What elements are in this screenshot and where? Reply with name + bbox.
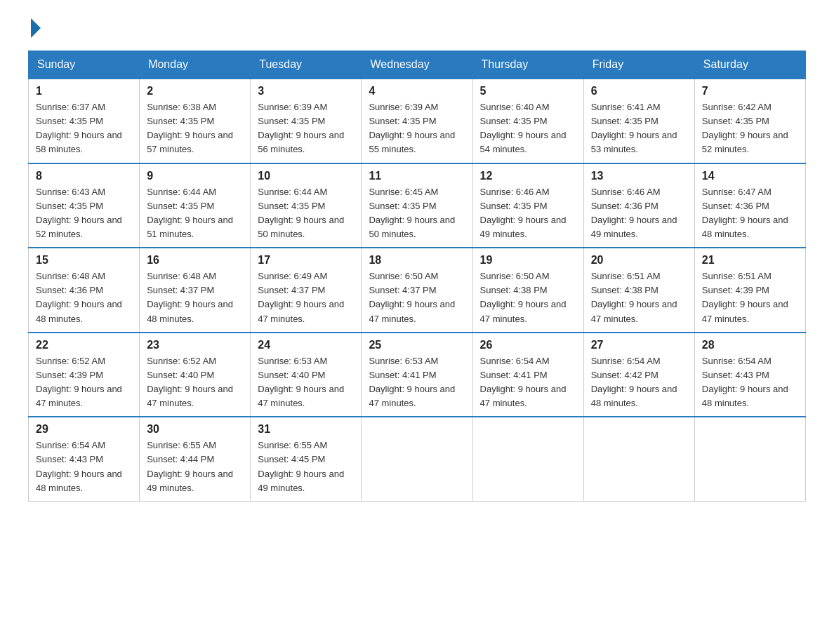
calendar-cell: 22Sunrise: 6:52 AMSunset: 4:39 PMDayligh… (29, 333, 140, 417)
day-info: Sunrise: 6:55 AMSunset: 4:44 PMDaylight:… (147, 438, 243, 495)
day-number: 29 (36, 423, 132, 436)
day-number: 2 (147, 85, 243, 98)
calendar-cell (472, 417, 583, 501)
day-number: 25 (369, 339, 465, 351)
day-number: 26 (480, 339, 576, 351)
logo-arrow-icon (31, 18, 41, 38)
day-number: 1 (36, 85, 132, 98)
day-of-week-header: Monday (140, 51, 251, 79)
calendar-cell: 21Sunrise: 6:51 AMSunset: 4:39 PMDayligh… (694, 248, 805, 333)
day-info: Sunrise: 6:51 AMSunset: 4:39 PMDaylight:… (702, 269, 798, 326)
page-header (28, 21, 806, 34)
day-of-week-header: Wednesday (362, 51, 472, 79)
day-number: 23 (147, 339, 243, 351)
calendar-cell: 29Sunrise: 6:54 AMSunset: 4:43 PMDayligh… (29, 417, 140, 501)
day-number: 24 (258, 339, 354, 351)
calendar-cell: 26Sunrise: 6:54 AMSunset: 4:41 PMDayligh… (472, 333, 583, 417)
calendar-cell: 14Sunrise: 6:47 AMSunset: 4:36 PMDayligh… (694, 163, 805, 248)
calendar-cell: 6Sunrise: 6:41 AMSunset: 4:35 PMDaylight… (583, 79, 694, 163)
calendar-cell: 12Sunrise: 6:46 AMSunset: 4:35 PMDayligh… (472, 163, 583, 248)
day-number: 20 (591, 254, 687, 267)
calendar-cell: 25Sunrise: 6:53 AMSunset: 4:41 PMDayligh… (362, 333, 472, 417)
calendar-cell: 13Sunrise: 6:46 AMSunset: 4:36 PMDayligh… (583, 163, 694, 248)
day-number: 22 (36, 339, 132, 351)
calendar-cell (583, 417, 694, 501)
day-of-week-header: Tuesday (251, 51, 362, 79)
calendar-cell: 9Sunrise: 6:44 AMSunset: 4:35 PMDaylight… (140, 163, 251, 248)
calendar-cell: 17Sunrise: 6:49 AMSunset: 4:37 PMDayligh… (251, 248, 362, 333)
day-info: Sunrise: 6:54 AMSunset: 4:42 PMDaylight:… (591, 354, 687, 411)
calendar-cell: 1Sunrise: 6:37 AMSunset: 4:35 PMDaylight… (29, 79, 140, 163)
day-info: Sunrise: 6:54 AMSunset: 4:41 PMDaylight:… (480, 354, 576, 411)
day-info: Sunrise: 6:39 AMSunset: 4:35 PMDaylight:… (258, 100, 354, 157)
day-info: Sunrise: 6:55 AMSunset: 4:45 PMDaylight:… (258, 438, 354, 495)
calendar-cell: 4Sunrise: 6:39 AMSunset: 4:35 PMDaylight… (362, 79, 472, 163)
day-info: Sunrise: 6:38 AMSunset: 4:35 PMDaylight:… (147, 100, 243, 157)
day-info: Sunrise: 6:41 AMSunset: 4:35 PMDaylight:… (591, 100, 687, 157)
day-number: 14 (702, 170, 798, 182)
calendar-cell: 16Sunrise: 6:48 AMSunset: 4:37 PMDayligh… (140, 248, 251, 333)
day-info: Sunrise: 6:46 AMSunset: 4:35 PMDaylight:… (480, 185, 576, 242)
day-info: Sunrise: 6:42 AMSunset: 4:35 PMDaylight:… (702, 100, 798, 157)
day-info: Sunrise: 6:43 AMSunset: 4:35 PMDaylight:… (36, 185, 132, 242)
calendar-cell: 28Sunrise: 6:54 AMSunset: 4:43 PMDayligh… (694, 333, 805, 417)
day-info: Sunrise: 6:52 AMSunset: 4:39 PMDaylight:… (36, 354, 132, 411)
day-info: Sunrise: 6:37 AMSunset: 4:35 PMDaylight:… (36, 100, 132, 157)
day-number: 12 (480, 170, 576, 182)
logo-general (28, 21, 41, 38)
day-number: 8 (36, 170, 132, 182)
day-info: Sunrise: 6:54 AMSunset: 4:43 PMDaylight:… (36, 438, 132, 495)
day-info: Sunrise: 6:49 AMSunset: 4:37 PMDaylight:… (258, 269, 354, 326)
calendar-cell: 31Sunrise: 6:55 AMSunset: 4:45 PMDayligh… (251, 417, 362, 501)
day-info: Sunrise: 6:48 AMSunset: 4:36 PMDaylight:… (36, 269, 132, 326)
calendar-cell: 7Sunrise: 6:42 AMSunset: 4:35 PMDaylight… (694, 79, 805, 163)
logo (28, 21, 41, 34)
day-number: 30 (147, 423, 243, 436)
day-info: Sunrise: 6:44 AMSunset: 4:35 PMDaylight:… (258, 185, 354, 242)
day-number: 21 (702, 254, 798, 267)
calendar-cell: 2Sunrise: 6:38 AMSunset: 4:35 PMDaylight… (140, 79, 251, 163)
day-number: 27 (591, 339, 687, 351)
day-of-week-header: Thursday (472, 51, 583, 79)
day-info: Sunrise: 6:50 AMSunset: 4:38 PMDaylight:… (480, 269, 576, 326)
day-info: Sunrise: 6:50 AMSunset: 4:37 PMDaylight:… (369, 269, 465, 326)
day-number: 10 (258, 170, 354, 182)
day-number: 17 (258, 254, 354, 267)
day-info: Sunrise: 6:51 AMSunset: 4:38 PMDaylight:… (591, 269, 687, 326)
day-info: Sunrise: 6:48 AMSunset: 4:37 PMDaylight:… (147, 269, 243, 326)
calendar-cell: 18Sunrise: 6:50 AMSunset: 4:37 PMDayligh… (362, 248, 472, 333)
calendar-cell: 23Sunrise: 6:52 AMSunset: 4:40 PMDayligh… (140, 333, 251, 417)
calendar-week-row: 8Sunrise: 6:43 AMSunset: 4:35 PMDaylight… (29, 163, 806, 248)
day-number: 13 (591, 170, 687, 182)
day-number: 15 (36, 254, 132, 267)
calendar-week-row: 1Sunrise: 6:37 AMSunset: 4:35 PMDaylight… (29, 79, 806, 163)
day-number: 6 (591, 85, 687, 98)
calendar-cell (362, 417, 472, 501)
day-info: Sunrise: 6:54 AMSunset: 4:43 PMDaylight:… (702, 354, 798, 411)
day-info: Sunrise: 6:47 AMSunset: 4:36 PMDaylight:… (702, 185, 798, 242)
calendar-cell: 19Sunrise: 6:50 AMSunset: 4:38 PMDayligh… (472, 248, 583, 333)
day-number: 16 (147, 254, 243, 267)
calendar-week-row: 22Sunrise: 6:52 AMSunset: 4:39 PMDayligh… (29, 333, 806, 417)
day-info: Sunrise: 6:53 AMSunset: 4:41 PMDaylight:… (369, 354, 465, 411)
calendar-week-row: 15Sunrise: 6:48 AMSunset: 4:36 PMDayligh… (29, 248, 806, 333)
calendar-cell: 8Sunrise: 6:43 AMSunset: 4:35 PMDaylight… (29, 163, 140, 248)
day-number: 11 (369, 170, 465, 182)
day-number: 18 (369, 254, 465, 267)
day-info: Sunrise: 6:45 AMSunset: 4:35 PMDaylight:… (369, 185, 465, 242)
day-info: Sunrise: 6:39 AMSunset: 4:35 PMDaylight:… (369, 100, 465, 157)
calendar-table: SundayMondayTuesdayWednesdayThursdayFrid… (28, 51, 806, 502)
day-number: 3 (258, 85, 354, 98)
calendar-cell: 5Sunrise: 6:40 AMSunset: 4:35 PMDaylight… (472, 79, 583, 163)
calendar-cell: 3Sunrise: 6:39 AMSunset: 4:35 PMDaylight… (251, 79, 362, 163)
day-of-week-header: Friday (583, 51, 694, 79)
calendar-week-row: 29Sunrise: 6:54 AMSunset: 4:43 PMDayligh… (29, 417, 806, 501)
calendar-cell: 20Sunrise: 6:51 AMSunset: 4:38 PMDayligh… (583, 248, 694, 333)
day-info: Sunrise: 6:52 AMSunset: 4:40 PMDaylight:… (147, 354, 243, 411)
calendar-cell: 11Sunrise: 6:45 AMSunset: 4:35 PMDayligh… (362, 163, 472, 248)
calendar-cell: 15Sunrise: 6:48 AMSunset: 4:36 PMDayligh… (29, 248, 140, 333)
day-number: 31 (258, 423, 354, 436)
day-of-week-header: Saturday (694, 51, 805, 79)
day-info: Sunrise: 6:46 AMSunset: 4:36 PMDaylight:… (591, 185, 687, 242)
calendar-cell: 27Sunrise: 6:54 AMSunset: 4:42 PMDayligh… (583, 333, 694, 417)
